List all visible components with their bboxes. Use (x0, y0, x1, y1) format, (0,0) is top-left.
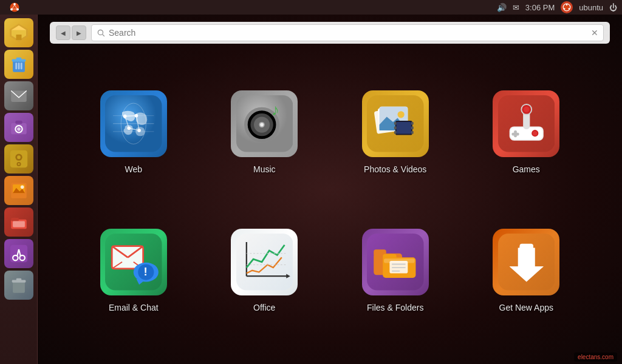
app-item-email[interactable]: ! Email & Chat (100, 229, 167, 312)
svg-point-3 (569, 8, 570, 9)
svg-point-62 (260, 123, 264, 127)
svg-point-23 (18, 163, 19, 165)
app-grid: Web (38, 57, 622, 346)
sidebar-item-mail[interactable] (4, 81, 33, 110)
app-item-files[interactable]: Files & Folders (362, 229, 429, 312)
app-item-games[interactable]: Games (493, 90, 559, 174)
sidebar (0, 15, 38, 364)
app-icon-getnew (493, 229, 559, 295)
back-button[interactable]: ◀ (56, 25, 70, 40)
svg-text:♪: ♪ (271, 101, 279, 119)
time-display: 3:06 PM (525, 3, 555, 12)
volume-icon[interactable]: 🔊 (497, 3, 507, 12)
sidebar-item-audio[interactable] (4, 144, 33, 174)
svg-rect-6 (16, 35, 21, 40)
ubuntu-system-icon (9, 2, 20, 13)
svg-point-1 (566, 4, 567, 5)
svg-point-85 (524, 107, 529, 112)
ubuntu-logo[interactable] (561, 1, 573, 13)
svg-point-18 (17, 127, 21, 131)
svg-rect-77 (411, 127, 414, 130)
svg-point-70 (397, 111, 404, 118)
app-icon-web (100, 90, 167, 157)
main-content: ◀ ▶ ✕ (38, 15, 622, 364)
ubuntu-top-icon[interactable] (0, 0, 29, 15)
sidebar-item-photos[interactable] (4, 176, 33, 205)
svg-point-39 (98, 30, 103, 35)
svg-rect-11 (15, 62, 17, 69)
app-label-games: Games (513, 164, 540, 174)
svg-rect-16 (15, 121, 22, 124)
app-label-office: Office (253, 303, 275, 312)
svg-point-51 (123, 115, 127, 118)
svg-rect-73 (394, 122, 397, 125)
sidebar-item-screenshot[interactable] (4, 113, 33, 142)
mail-icon[interactable]: ✉ (513, 3, 519, 12)
app-item-music[interactable]: ♪ Music (231, 90, 298, 174)
app-icon-photos (362, 90, 429, 157)
svg-point-54 (137, 129, 141, 132)
office-svg (236, 234, 293, 291)
sidebar-item-trash[interactable] (4, 271, 33, 300)
svg-rect-75 (394, 131, 397, 134)
search-icon (97, 29, 105, 37)
svg-rect-29 (11, 218, 19, 221)
app-label-getnew: Get New Apps (499, 303, 554, 312)
app-item-getnew[interactable]: Get New Apps (493, 229, 559, 312)
app-label-music: Music (253, 164, 276, 174)
forward-button[interactable]: ▶ (72, 25, 86, 40)
username-label: ubuntu (579, 3, 603, 12)
svg-point-21 (17, 155, 21, 159)
search-input-wrapper: ✕ (91, 24, 604, 41)
sidebar-item-dash[interactable] (4, 18, 33, 47)
svg-point-52 (135, 114, 138, 118)
search-input[interactable] (109, 28, 587, 38)
top-bar: 🔊 ✉ 3:06 PM ubuntu ⏻ (0, 0, 622, 15)
sidebar-item-scissors[interactable] (4, 239, 33, 268)
sidebar-item-files[interactable] (4, 207, 33, 237)
svg-point-2 (564, 8, 565, 9)
email-svg: ! (105, 234, 162, 291)
svg-rect-78 (411, 131, 414, 134)
svg-rect-10 (16, 58, 21, 60)
svg-rect-30 (13, 221, 25, 228)
svg-point-87 (533, 131, 537, 135)
search-nav: ◀ ▶ (56, 25, 86, 40)
app-icon-office (231, 229, 298, 295)
search-bar: ◀ ▶ ✕ (50, 22, 610, 44)
app-label-files: Files & Folders (367, 303, 423, 312)
sidebar-item-trash-full[interactable] (4, 50, 33, 79)
web-svg (105, 95, 162, 152)
svg-point-124 (13, 3, 16, 5)
svg-rect-89 (511, 133, 519, 136)
svg-rect-74 (394, 127, 397, 130)
svg-line-40 (103, 35, 104, 36)
app-label-web: Web (125, 164, 142, 174)
app-icon-email: ! (100, 229, 167, 295)
photos-svg (367, 95, 424, 152)
svg-rect-122 (519, 244, 533, 266)
svg-text:!: ! (144, 265, 148, 278)
power-icon[interactable]: ⏻ (609, 3, 617, 12)
svg-rect-36 (13, 281, 25, 292)
music-svg: ♪ (236, 95, 293, 152)
svg-point-53 (127, 127, 131, 130)
getnew-svg (498, 234, 555, 291)
watermark: electans.com (574, 352, 617, 362)
svg-rect-72 (397, 122, 411, 134)
svg-rect-38 (16, 278, 21, 281)
search-clear-button[interactable]: ✕ (591, 28, 598, 38)
svg-rect-76 (411, 122, 414, 125)
app-icon-games (493, 90, 559, 157)
top-bar-right: 🔊 ✉ 3:06 PM ubuntu ⏻ (497, 1, 617, 13)
app-item-office[interactable]: Office (231, 229, 298, 312)
app-item-photos[interactable]: Photos & Videos (362, 90, 429, 174)
svg-point-27 (20, 186, 24, 189)
svg-rect-13 (20, 62, 22, 69)
svg-line-47 (125, 116, 137, 116)
app-icon-files (362, 229, 429, 295)
app-item-web[interactable]: Web (100, 90, 167, 174)
games-svg (498, 95, 555, 152)
svg-rect-12 (18, 62, 19, 69)
app-label-photos: Photos & Videos (364, 164, 426, 174)
